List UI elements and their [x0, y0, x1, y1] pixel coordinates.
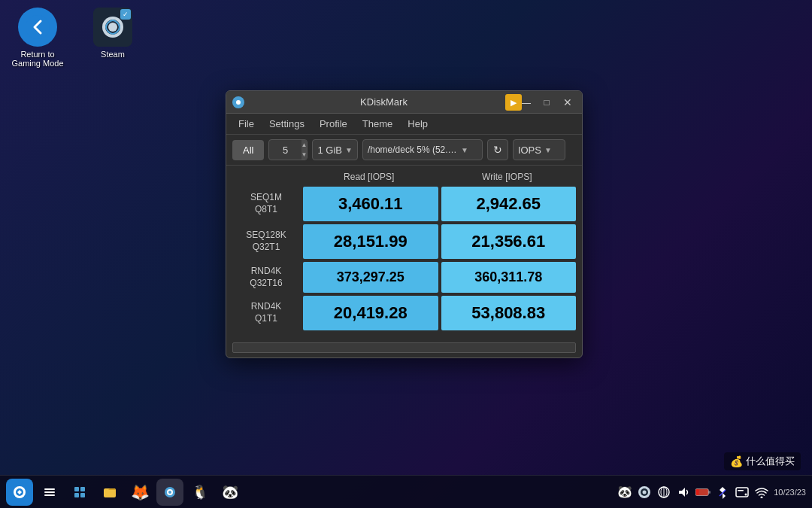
- bench-row-0: SEQ1M Q8T1 3,460.11 2,942.65: [232, 187, 576, 221]
- taskbar-file-manager[interactable]: [96, 479, 123, 506]
- taskbar-kdiskmark-active[interactable]: [156, 479, 183, 506]
- tray-bluetooth[interactable]: [715, 485, 730, 500]
- taskbar-gaming-mode[interactable]: [6, 479, 33, 506]
- svg-point-32: [745, 493, 747, 495]
- svg-rect-29: [696, 489, 699, 494]
- maximize-button[interactable]: □: [538, 94, 555, 111]
- tray-network[interactable]: [656, 485, 671, 500]
- taskbar-network-manager[interactable]: [36, 479, 63, 506]
- tray-steam[interactable]: [637, 485, 652, 500]
- taskbar-firefox[interactable]: 🦊: [126, 479, 153, 506]
- tray-wifi[interactable]: [754, 485, 769, 500]
- unit-value: IOPS: [518, 144, 541, 156]
- record-button[interactable]: ▶: [505, 94, 522, 111]
- taskbar-qq[interactable]: 🐼: [217, 479, 244, 506]
- steam-badge: ✓: [120, 9, 131, 20]
- count-spinner[interactable]: 5 ▲ ▼: [268, 139, 308, 160]
- path-dropdown-arrow: ▼: [461, 146, 468, 154]
- steam-label: Steam: [101, 50, 125, 59]
- taskbar: 🦊 🐧 🐼 🐼: [0, 475, 812, 508]
- bench-write-0: 2,942.65: [441, 187, 577, 221]
- bench-read-3: 20,419.28: [303, 296, 438, 330]
- desktop-icon-return-gaming[interactable]: Return to Gaming Mode: [8, 8, 68, 68]
- taskbar-left: 🦊 🐧 🐼: [6, 479, 614, 506]
- desktop-icons-area: Return to Gaming Mode ✓ Steam: [8, 8, 143, 68]
- svg-rect-12: [74, 487, 79, 491]
- taskbar-penguin[interactable]: 🐧: [186, 479, 214, 506]
- spinner-up[interactable]: ▲: [301, 140, 308, 150]
- bench-row-1: SEQ128K Q32T1 28,151.99 21,356.61: [232, 224, 576, 259]
- unit-dropdown-arrow: ▼: [544, 146, 552, 154]
- svg-marker-26: [679, 488, 685, 497]
- progress-bar: [232, 342, 576, 353]
- svg-point-0: [26, 15, 50, 39]
- svg-rect-11: [44, 494, 55, 496]
- menu-bar: File Settings Profile Theme Help: [226, 114, 582, 135]
- kdiskmark-window: KDiskMark — □ ✕ ▶ File Settings Profile …: [226, 90, 583, 358]
- bench-label-2: RND4K Q32T16: [232, 266, 300, 289]
- bench-area: Read [IOPS] Write [IOPS] SEQ1M Q8T1 3,46…: [226, 166, 582, 339]
- svg-rect-13: [80, 487, 85, 491]
- refresh-button[interactable]: ↻: [487, 139, 508, 160]
- size-dropdown-arrow: ▼: [345, 146, 353, 154]
- progress-area: [226, 339, 582, 357]
- window-controls: — □ ✕: [517, 94, 576, 111]
- system-timestamp: 10/23/23: [774, 488, 806, 497]
- path-dropdown[interactable]: /home/deck 5% (52.16/9… ▼: [362, 139, 483, 160]
- unit-dropdown[interactable]: IOPS ▼: [513, 139, 565, 160]
- bench-label-0: SEQ1M Q8T1: [232, 192, 300, 215]
- size-dropdown[interactable]: 1 GiB ▼: [312, 139, 357, 160]
- watermark-icon: 💰: [730, 455, 743, 467]
- menu-file[interactable]: File: [232, 117, 260, 131]
- svg-rect-14: [74, 493, 79, 497]
- svg-point-19: [168, 491, 171, 494]
- tray-battery[interactable]: [695, 485, 710, 500]
- size-value: 1 GiB: [317, 144, 342, 156]
- svg-point-4: [108, 23, 117, 32]
- svg-rect-15: [80, 493, 85, 497]
- toolbar: All 5 ▲ ▼ 1 GiB ▼ /home/deck 5% (52.16/9…: [226, 135, 582, 166]
- menu-settings[interactable]: Settings: [263, 117, 311, 131]
- taskbar-app-store[interactable]: [66, 479, 93, 506]
- bench-row-2: RND4K Q32T16 373,297.25 360,311.78: [232, 262, 576, 293]
- svg-point-6: [236, 100, 241, 105]
- taskbar-right: 🐼: [617, 485, 806, 500]
- bench-header-empty: [232, 170, 300, 184]
- bench-label-3: RND4K Q1T1: [232, 301, 300, 324]
- spinner-down[interactable]: ▼: [301, 150, 308, 160]
- window-titlebar: KDiskMark — □ ✕ ▶: [226, 91, 582, 114]
- return-gaming-icon: [18, 8, 57, 47]
- spinner-arrows: ▲ ▼: [301, 140, 308, 160]
- path-value: /home/deck 5% (52.16/9…: [368, 144, 458, 155]
- bench-read-0: 3,460.11: [303, 187, 438, 221]
- window-title: KDiskMark: [250, 96, 517, 108]
- all-button[interactable]: All: [232, 140, 264, 160]
- bench-write-1: 21,356.61: [441, 224, 577, 259]
- return-gaming-label: Return to Gaming Mode: [11, 50, 63, 68]
- svg-rect-33: [738, 490, 744, 491]
- watermark: 💰 什么值得买: [724, 452, 801, 470]
- svg-rect-28: [708, 491, 710, 494]
- bench-read-2: 373,297.25: [303, 262, 438, 293]
- bench-read-1: 28,151.99: [303, 224, 438, 259]
- bench-header: Read [IOPS] Write [IOPS]: [232, 170, 576, 184]
- watermark-text: 什么值得买: [746, 455, 795, 468]
- close-button[interactable]: ✕: [559, 94, 576, 111]
- bench-write-3: 53,808.83: [441, 296, 577, 330]
- menu-profile[interactable]: Profile: [314, 117, 353, 131]
- svg-point-34: [761, 496, 763, 498]
- tray-drive[interactable]: [735, 485, 750, 500]
- bench-row-3: RND4K Q1T1 20,419.28 53,808.83: [232, 296, 576, 330]
- tray-volume[interactable]: [676, 485, 691, 500]
- menu-help[interactable]: Help: [401, 117, 434, 131]
- kdiskmark-icon: [232, 96, 244, 108]
- menu-theme[interactable]: Theme: [356, 117, 398, 131]
- bench-label-1: SEQ128K Q32T1: [232, 230, 300, 253]
- count-value: 5: [269, 144, 301, 156]
- desktop-icon-steam[interactable]: ✓ Steam: [83, 8, 143, 68]
- bench-write-2: 360,311.78: [441, 262, 577, 293]
- tray-qq[interactable]: 🐼: [617, 485, 632, 500]
- svg-rect-9: [44, 488, 55, 490]
- steam-icon: ✓: [93, 8, 132, 47]
- svg-rect-10: [44, 491, 55, 493]
